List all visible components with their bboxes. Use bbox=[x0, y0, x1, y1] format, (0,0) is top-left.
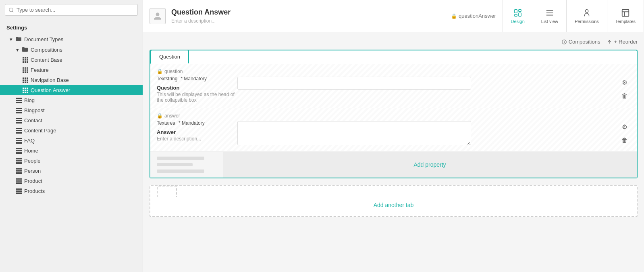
list-view-button[interactable]: List view bbox=[533, 0, 567, 32]
svg-rect-0 bbox=[514, 9, 517, 13]
placeholder-line bbox=[157, 157, 204, 160]
settings-label: Settings bbox=[0, 20, 143, 34]
property-left-answer: 🔒 answer Textarea * Mandatory Answer Ent… bbox=[157, 113, 237, 142]
property-left-question: 🔒 question Textstring * Mandatory Questi… bbox=[157, 69, 237, 103]
question-mandatory: * Mandatory bbox=[181, 76, 207, 82]
answer-name: Answer bbox=[157, 129, 237, 135]
sidebar-item-label: Products bbox=[24, 188, 45, 194]
search-box bbox=[0, 0, 143, 20]
sidebar-item-label: Person bbox=[24, 168, 41, 174]
lock-icon-question: 🔒 bbox=[157, 69, 163, 74]
question-input[interactable] bbox=[237, 77, 471, 90]
topbar-alias: 🔒 questionAnswer bbox=[451, 13, 496, 19]
svg-rect-1 bbox=[518, 9, 521, 11]
sidebar-item-question-answer[interactable]: Question Answer bbox=[0, 85, 143, 95]
sidebar-item-label: FAQ bbox=[24, 138, 35, 144]
grid-icon bbox=[16, 128, 22, 134]
templates-button[interactable]: Templates bbox=[607, 0, 644, 32]
grid-icon bbox=[23, 57, 28, 63]
grid-icon bbox=[16, 138, 22, 144]
question-property-actions: ⚙ 🗑 bbox=[619, 69, 630, 102]
sidebar-item-label: Content Base bbox=[31, 57, 62, 63]
alias-text-question: question bbox=[164, 69, 183, 74]
sidebar-item-navigation-base[interactable]: Navigation Base bbox=[0, 75, 143, 85]
answer-delete-button[interactable]: 🗑 bbox=[619, 135, 630, 146]
sidebar-item-product[interactable]: Product bbox=[0, 176, 143, 186]
question-input-area bbox=[237, 69, 615, 90]
sidebar-item-home[interactable]: Home bbox=[0, 146, 143, 156]
grid-icon bbox=[23, 67, 28, 73]
question-delete-button[interactable]: 🗑 bbox=[619, 90, 630, 102]
grid-icon bbox=[16, 168, 22, 174]
topbar: Question Answer Enter a description... 🔒… bbox=[143, 0, 644, 32]
sidebar-item-blogpost[interactable]: Blogpost bbox=[0, 105, 143, 115]
sidebar-item-people[interactable]: People bbox=[0, 156, 143, 166]
answer-textarea[interactable] bbox=[237, 121, 471, 145]
sidebar-item-person[interactable]: Person bbox=[0, 166, 143, 176]
add-property-placeholder bbox=[150, 152, 223, 178]
compositions-button[interactable]: Compositions bbox=[561, 39, 600, 45]
tab-question[interactable]: Question bbox=[150, 50, 189, 64]
caret-icon: ▾ bbox=[10, 36, 15, 42]
grid-icon bbox=[16, 158, 22, 164]
design-button[interactable]: Design bbox=[503, 0, 533, 32]
sidebar-item-document-types[interactable]: ▾ Document Types bbox=[0, 34, 143, 44]
sidebar-item-label: Blogpost bbox=[24, 107, 45, 113]
list-view-icon bbox=[545, 8, 554, 17]
add-property-button[interactable]: Add property bbox=[223, 152, 637, 178]
content-area: Compositions + Reorder Question 🔒 questi… bbox=[143, 32, 644, 272]
page-description[interactable]: Enter a description... bbox=[171, 18, 231, 24]
reorder-label: Reorder bbox=[619, 39, 638, 45]
grid-icon bbox=[16, 108, 22, 113]
design-icon bbox=[513, 8, 522, 17]
svg-rect-2 bbox=[518, 13, 521, 16]
grid-icon bbox=[16, 148, 22, 154]
add-another-tab-area: Add another tab bbox=[150, 185, 638, 217]
sidebar-item-products[interactable]: Products bbox=[0, 186, 143, 196]
permissions-label: Permissions bbox=[575, 19, 599, 24]
sidebar-item-compositions[interactable]: ▾ Compositions bbox=[0, 44, 143, 55]
sidebar-item-label: Question Answer bbox=[31, 87, 70, 93]
permissions-icon bbox=[582, 8, 591, 17]
sidebar-item-label: Content Page bbox=[24, 128, 56, 134]
reorder-button[interactable]: + Reorder bbox=[607, 39, 638, 45]
caret-icon: ▾ bbox=[16, 47, 22, 53]
sidebar-item-blog[interactable]: Blog bbox=[0, 95, 143, 105]
sidebar-item-contact[interactable]: Contact bbox=[0, 115, 143, 126]
answer-alias: 🔒 answer bbox=[157, 113, 237, 119]
tab-header: Question bbox=[150, 50, 637, 65]
question-name: Question bbox=[157, 85, 237, 91]
sidebar-item-label: Compositions bbox=[31, 47, 62, 53]
add-another-tab-button[interactable]: Add another tab bbox=[370, 199, 417, 211]
question-meta: Textstring * Mandatory bbox=[157, 76, 237, 82]
tab-group: Question 🔒 question Textstring * Mandato… bbox=[150, 50, 638, 178]
permissions-button[interactable]: Permissions bbox=[567, 0, 607, 32]
folder-icon bbox=[15, 36, 22, 42]
lock-icon-answer: 🔒 bbox=[157, 113, 163, 119]
answer-settings-button[interactable]: ⚙ bbox=[619, 121, 630, 132]
sidebar-item-content-page[interactable]: Content Page bbox=[0, 126, 143, 136]
question-property-row: 🔒 question Textstring * Mandatory Questi… bbox=[150, 64, 637, 108]
sidebar-item-label: Home bbox=[24, 148, 38, 154]
grid-icon bbox=[23, 77, 28, 83]
main-area: Question Answer Enter a description... 🔒… bbox=[143, 0, 644, 272]
topbar-left: Question Answer Enter a description... 🔒… bbox=[143, 0, 503, 32]
question-desc: This will be displayed as the head of th… bbox=[157, 92, 237, 103]
grid-icon bbox=[16, 118, 22, 123]
design-label: Design bbox=[511, 19, 525, 24]
alias-text-answer: answer bbox=[164, 113, 180, 119]
sidebar-item-faq[interactable]: FAQ bbox=[0, 136, 143, 146]
topbar-toolbar: Design List view Permissions Templates bbox=[503, 0, 644, 32]
placeholder-line bbox=[157, 163, 193, 166]
sidebar-item-content-base[interactable]: Content Base bbox=[0, 55, 143, 65]
sidebar-item-feature[interactable]: Feature bbox=[0, 65, 143, 75]
content-actions: Compositions + Reorder bbox=[150, 39, 638, 45]
search-input[interactable] bbox=[5, 4, 138, 16]
question-settings-button[interactable]: ⚙ bbox=[619, 77, 630, 88]
answer-desc: Enter a description... bbox=[157, 136, 237, 142]
svg-point-7 bbox=[585, 9, 588, 12]
avatar bbox=[150, 8, 166, 24]
sidebar-scroll: Settings ▾ Document Types ▾ Compositions… bbox=[0, 20, 143, 272]
sidebar: Settings ▾ Document Types ▾ Compositions… bbox=[0, 0, 143, 272]
grid-icon bbox=[23, 88, 28, 93]
